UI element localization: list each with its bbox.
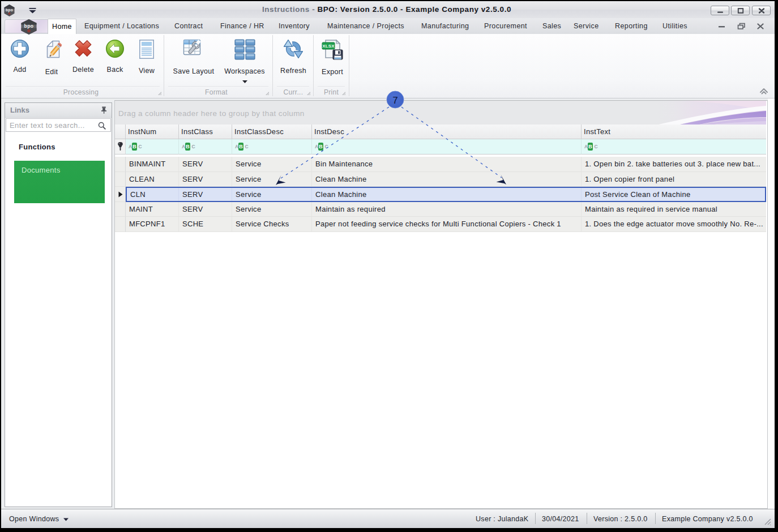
svg-text:7: 7 — [392, 95, 397, 106]
